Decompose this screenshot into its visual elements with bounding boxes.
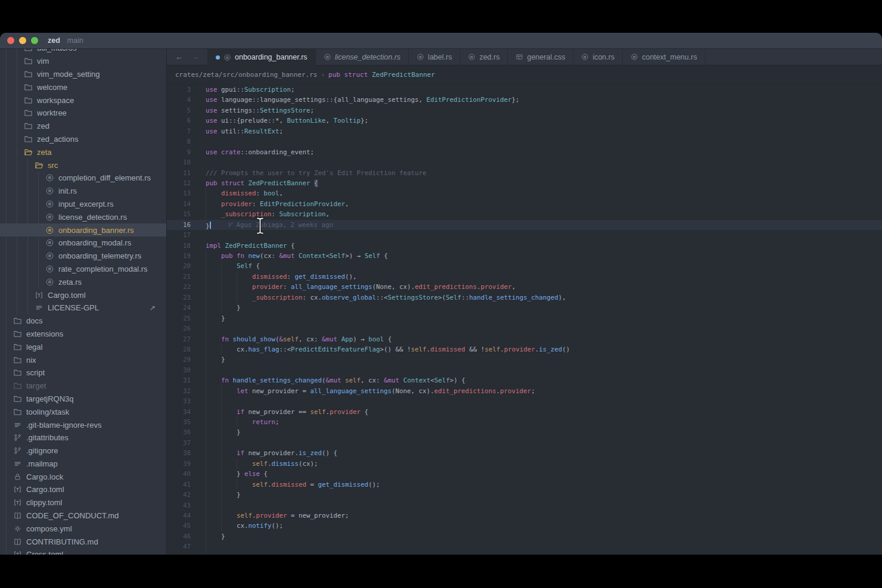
code-line[interactable]: 15 _subscription: Subscription, — [167, 209, 882, 219]
file-tree-item[interactable]: clippy.toml — [0, 496, 166, 509]
file-tree-item[interactable]: Ronboarding_modal.rs — [0, 237, 166, 250]
close-button[interactable] — [7, 37, 14, 44]
file-tree-item[interactable]: workspace — [0, 94, 166, 107]
code-line[interactable]: 33 — [167, 396, 882, 406]
code-line[interactable]: 43 — [167, 500, 882, 511]
file-tree-item[interactable]: targetjRQN3q — [0, 393, 166, 406]
code-line[interactable]: 22 provider: all_language_settings(None,… — [167, 282, 882, 292]
tab-zed.rs[interactable]: Rzed.rs — [460, 49, 508, 65]
code-line[interactable]: 37 — [167, 438, 882, 448]
file-tree-item[interactable]: target — [0, 379, 166, 393]
code-line[interactable]: 27 fn should_show(&self, cx: &mut App) →… — [167, 334, 882, 344]
file-tree-item[interactable]: Cargo.lock — [0, 470, 166, 483]
branch-name[interactable]: main — [67, 36, 83, 45]
code-line[interactable]: 39 self.dismiss(cx); — [167, 459, 882, 469]
file-tree-item[interactable]: Ronboarding_telemetry.rs — [0, 250, 166, 263]
zoom-button[interactable] — [31, 37, 38, 44]
file-tree-item[interactable]: src — [0, 158, 166, 172]
code-line[interactable]: 23 _subscription: cx.observe_global::<Se… — [167, 293, 882, 303]
code-line[interactable]: 32 let new_provider = all_language_setti… — [167, 386, 882, 396]
code-line[interactable]: 8 — [167, 136, 882, 147]
forward-icon[interactable]: → — [191, 52, 199, 61]
breadcrumb[interactable]: crates/zeta/src/onboarding_banner.rs › p… — [167, 66, 882, 85]
back-icon[interactable]: ← — [175, 52, 183, 61]
code-line[interactable]: 10 — [167, 157, 882, 167]
file-tree-item[interactable]: vim_mode_setting — [0, 68, 166, 81]
code-line[interactable]: 26 — [167, 323, 882, 334]
code-line[interactable]: 18impl ZedPredictBanner { — [167, 241, 882, 251]
file-tree-item[interactable]: Ronboarding_banner.rs — [0, 223, 166, 237]
tab-onboarding_banner.rs[interactable]: Ronboarding_banner.rs — [208, 49, 316, 66]
code-line[interactable]: 16}Agus Zubiaga, 2 weeks ago — [167, 220, 882, 230]
file-tree-item[interactable]: compose.yml — [0, 522, 166, 535]
code-line[interactable]: 45 cx.notify(); — [167, 521, 882, 531]
code-line[interactable]: 12pub struct ZedPredictBanner { — [167, 178, 882, 188]
file-tree-item[interactable]: Rinput_excerpt.rs — [0, 198, 166, 211]
file-tree-item[interactable]: zed — [0, 120, 166, 133]
file-tree-item[interactable]: .git-blame-ignore-revs — [0, 418, 166, 431]
file-tree-item[interactable]: Rrate_completion_modal.rs — [0, 263, 166, 276]
code-line[interactable]: 3use gpui::Subscription; — [167, 85, 882, 95]
file-tree-item[interactable]: CODE_OF_CONDUCT.md — [0, 509, 166, 522]
code-line[interactable]: 21 dismissed: get_dismissed(), — [167, 272, 882, 282]
file-tree-item[interactable]: zed_actions — [0, 133, 166, 146]
code-line[interactable]: 11/// Prompts the user to try Zed's Edit… — [167, 168, 882, 178]
breadcrumb-path[interactable]: crates/zeta/src/onboarding_banner.rs — [175, 71, 317, 79]
file-tree-item[interactable]: docs — [0, 315, 166, 328]
breadcrumb-symbol[interactable]: pub struct ZedPredictBanner — [328, 71, 435, 79]
code-line[interactable]: 7use util::ResultExt; — [167, 126, 882, 136]
file-tree-item[interactable]: extensions — [0, 328, 166, 341]
file-tree-item[interactable]: Rcompletion_diff_element.rs — [0, 172, 166, 185]
file-tree-item[interactable]: .mailmap — [0, 458, 166, 471]
code-line[interactable]: 35 return; — [167, 417, 882, 427]
code-line[interactable]: 19 pub fn new(cx: &mut Context<Self>) → … — [167, 251, 882, 261]
code-line[interactable]: 6use ui::{prelude::*, ButtonLike, Toolti… — [167, 116, 882, 126]
file-tree-item[interactable]: LICENSE-GPL↗ — [0, 301, 166, 315]
tab-icon.rs[interactable]: Ricon.rs — [573, 49, 623, 65]
file-tree-item[interactable]: Cargo.toml — [0, 483, 166, 496]
code-line[interactable]: 4use language::language_settings::{all_l… — [167, 95, 882, 105]
code-line[interactable]: 17 — [167, 230, 882, 240]
file-tree-item[interactable]: .gitattributes — [0, 431, 166, 444]
code-line[interactable]: 14 provider: EditPredictionProvider, — [167, 199, 882, 209]
code-line[interactable]: 44 self.provider = new_provider; — [167, 511, 882, 521]
code-line[interactable]: 47 — [167, 542, 882, 552]
code-line[interactable]: 41 self.dismissed = get_dismissed(); — [167, 480, 882, 490]
file-tree-item[interactable]: worktree — [0, 107, 166, 120]
code-line[interactable]: 29 } — [167, 354, 882, 365]
code-line[interactable]: 36 } — [167, 427, 882, 437]
file-tree-item[interactable]: legal — [0, 340, 166, 353]
tab-context_menu.rs[interactable]: Rcontext_menu.rs — [623, 49, 705, 65]
file-tree-item[interactable]: Cargo.toml — [0, 288, 166, 301]
code-line[interactable]: 42 } — [167, 490, 882, 500]
file-tree-item[interactable]: zeta — [0, 145, 166, 158]
code-line[interactable]: 5use settings::SettingsStore; — [167, 105, 882, 116]
code-line[interactable]: 34 if new_provider == self.provider { — [167, 407, 882, 417]
tab-general.css[interactable]: general.css — [508, 49, 573, 65]
tab-license_detection.rs[interactable]: Rlicense_detection.rs — [316, 49, 409, 65]
code-line[interactable]: 13 dismissed: bool, — [167, 188, 882, 198]
file-tree-item[interactable]: nix — [0, 353, 166, 366]
file-tree-item[interactable]: Rlicense_detection.rs — [0, 210, 166, 223]
file-tree-item[interactable]: Cross.toml — [0, 548, 166, 555]
file-tree-item[interactable]: script — [0, 366, 166, 379]
file-tree-item[interactable]: .gitignore — [0, 444, 166, 458]
file-tree-item[interactable]: vim — [0, 55, 166, 68]
code-line[interactable]: 9use crate::onboarding_event; — [167, 147, 882, 157]
code-line[interactable]: 40 } else { — [167, 469, 882, 479]
code-line[interactable]: 31 fn handle_settings_changed(&mut self,… — [167, 375, 882, 385]
code-line[interactable]: 24 } — [167, 303, 882, 313]
code-line[interactable]: 46 } — [167, 531, 882, 542]
code-line[interactable]: 38 if new_provider.is_zed() { — [167, 448, 882, 458]
code-editor[interactable]: 3use gpui::Subscription;4use language::l… — [167, 85, 882, 555]
file-tree-item[interactable]: welcome — [0, 80, 166, 94]
code-line[interactable]: 28 cx.has_flag::<PredictEditsFeatureFlag… — [167, 344, 882, 354]
code-line[interactable]: 20 Self { — [167, 261, 882, 271]
file-tree-item[interactable]: util_macros — [0, 49, 166, 55]
file-tree-item[interactable]: Rinit.rs — [0, 185, 166, 198]
minimize-button[interactable] — [19, 37, 26, 44]
git-blame-inline[interactable]: Agus Zubiaga, 2 weeks ago — [228, 220, 334, 230]
code-line[interactable]: 30 — [167, 365, 882, 375]
tab-label.rs[interactable]: Rlabel.rs — [409, 49, 460, 65]
file-tree-item[interactable]: tooling/xtask — [0, 405, 166, 418]
